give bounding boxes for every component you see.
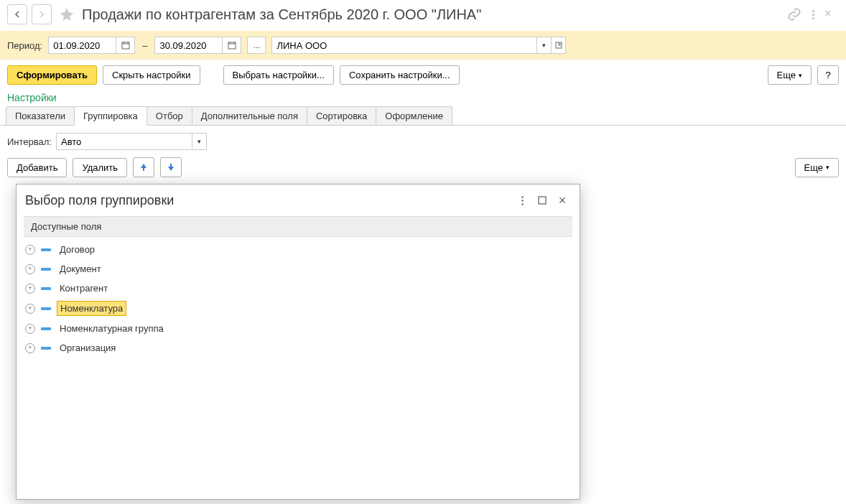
period-dash: – xyxy=(141,40,149,51)
move-down-button[interactable] xyxy=(160,157,182,177)
interval-select[interactable] xyxy=(56,133,192,150)
organization-input[interactable] xyxy=(271,37,537,54)
tab-filter[interactable]: Отбор xyxy=(147,106,192,125)
grouping-field-modal: Выбор поля группировки × Доступные поля … xyxy=(16,184,580,185)
tab-sorting[interactable]: Сортировка xyxy=(307,106,376,125)
hide-settings-button[interactable]: Скрыть настройки xyxy=(103,65,200,85)
period-label: Период: xyxy=(7,40,42,51)
date-to-input[interactable] xyxy=(154,37,223,54)
save-settings-button[interactable]: Сохранить настройки... xyxy=(340,65,460,85)
settings-label: Настройки xyxy=(0,90,846,106)
more-button[interactable]: Еще▾ xyxy=(768,65,812,85)
kebab-icon[interactable] xyxy=(806,7,820,22)
move-up-button[interactable] xyxy=(133,157,154,177)
interval-dropdown-button[interactable]: ▾ xyxy=(192,133,207,150)
tab-grouping[interactable]: Группировка xyxy=(74,106,147,126)
generate-button[interactable]: Сформировать xyxy=(7,65,97,85)
nav-forward-button[interactable] xyxy=(32,4,52,24)
choose-settings-button[interactable]: Выбрать настройки... xyxy=(223,65,334,85)
date-from-input[interactable] xyxy=(48,37,116,54)
date-to-calendar-button[interactable] xyxy=(223,37,241,54)
nav-back-button[interactable] xyxy=(7,4,27,24)
period-picker-button[interactable]: ... xyxy=(247,37,266,54)
list-more-button[interactable]: Еще▾ xyxy=(795,158,839,177)
interval-label: Интервал: xyxy=(7,136,52,147)
svg-rect-4 xyxy=(228,42,236,49)
date-from-calendar-button[interactable] xyxy=(116,37,135,54)
tabs: Показатели Группировка Отбор Дополнитель… xyxy=(0,106,846,126)
organization-open-button[interactable] xyxy=(552,37,566,54)
add-button[interactable]: Добавить xyxy=(7,158,67,177)
delete-button[interactable]: Удалить xyxy=(73,158,127,177)
tab-appearance[interactable]: Оформление xyxy=(376,106,452,125)
help-button[interactable]: ? xyxy=(817,65,839,85)
tab-indicators[interactable]: Показатели xyxy=(6,106,75,125)
star-icon[interactable] xyxy=(59,6,75,22)
link-icon[interactable] xyxy=(787,7,801,22)
svg-rect-0 xyxy=(122,42,129,49)
close-icon[interactable]: × xyxy=(824,7,839,22)
page-title: Продажи по контрагентам за Сентябрь 2020… xyxy=(82,6,481,23)
tab-additional-fields[interactable]: Дополнительные поля xyxy=(192,106,307,125)
organization-dropdown-button[interactable]: ▾ xyxy=(537,37,552,54)
